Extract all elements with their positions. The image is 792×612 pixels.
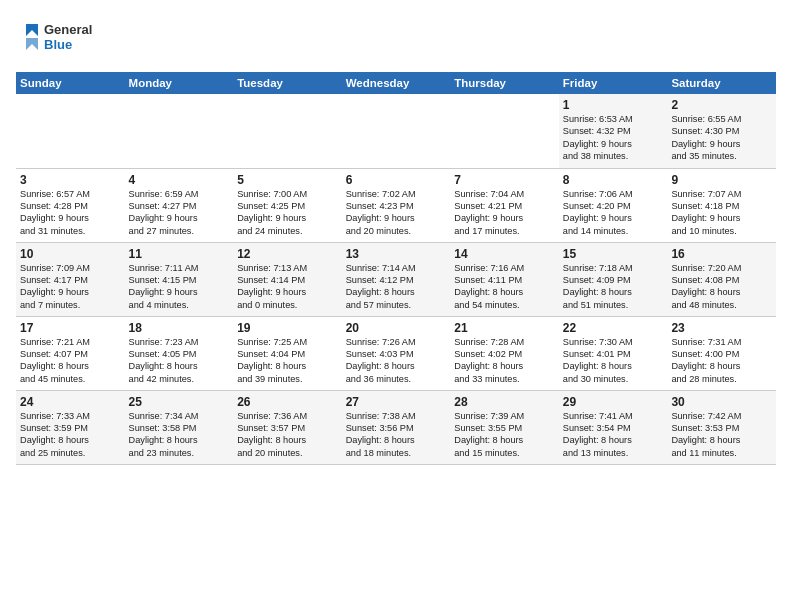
day-cell: 25Sunrise: 7:34 AM Sunset: 3:58 PM Dayli…: [125, 390, 234, 464]
day-info: Sunrise: 7:26 AM Sunset: 4:03 PM Dayligh…: [346, 336, 447, 386]
day-cell: 14Sunrise: 7:16 AM Sunset: 4:11 PM Dayli…: [450, 242, 559, 316]
day-info: Sunrise: 7:21 AM Sunset: 4:07 PM Dayligh…: [20, 336, 121, 386]
col-header-saturday: Saturday: [667, 72, 776, 94]
page: General Blue SundayMondayTuesdayWednesda…: [0, 0, 792, 612]
col-header-thursday: Thursday: [450, 72, 559, 94]
day-number: 2: [671, 98, 772, 112]
day-cell: [233, 94, 342, 168]
day-info: Sunrise: 7:31 AM Sunset: 4:00 PM Dayligh…: [671, 336, 772, 386]
day-cell: 13Sunrise: 7:14 AM Sunset: 4:12 PM Dayli…: [342, 242, 451, 316]
day-cell: 29Sunrise: 7:41 AM Sunset: 3:54 PM Dayli…: [559, 390, 668, 464]
day-info: Sunrise: 7:28 AM Sunset: 4:02 PM Dayligh…: [454, 336, 555, 386]
day-info: Sunrise: 7:42 AM Sunset: 3:53 PM Dayligh…: [671, 410, 772, 460]
day-cell: 30Sunrise: 7:42 AM Sunset: 3:53 PM Dayli…: [667, 390, 776, 464]
day-number: 13: [346, 247, 447, 261]
day-number: 28: [454, 395, 555, 409]
col-header-tuesday: Tuesday: [233, 72, 342, 94]
day-info: Sunrise: 7:09 AM Sunset: 4:17 PM Dayligh…: [20, 262, 121, 312]
col-header-sunday: Sunday: [16, 72, 125, 94]
day-number: 26: [237, 395, 338, 409]
day-cell: 19Sunrise: 7:25 AM Sunset: 4:04 PM Dayli…: [233, 316, 342, 390]
day-info: Sunrise: 7:06 AM Sunset: 4:20 PM Dayligh…: [563, 188, 664, 238]
day-cell: 23Sunrise: 7:31 AM Sunset: 4:00 PM Dayli…: [667, 316, 776, 390]
day-info: Sunrise: 7:00 AM Sunset: 4:25 PM Dayligh…: [237, 188, 338, 238]
day-number: 24: [20, 395, 121, 409]
day-info: Sunrise: 7:34 AM Sunset: 3:58 PM Dayligh…: [129, 410, 230, 460]
day-info: Sunrise: 7:38 AM Sunset: 3:56 PM Dayligh…: [346, 410, 447, 460]
day-cell: 18Sunrise: 7:23 AM Sunset: 4:05 PM Dayli…: [125, 316, 234, 390]
day-info: Sunrise: 7:04 AM Sunset: 4:21 PM Dayligh…: [454, 188, 555, 238]
day-info: Sunrise: 7:36 AM Sunset: 3:57 PM Dayligh…: [237, 410, 338, 460]
day-cell: 7Sunrise: 7:04 AM Sunset: 4:21 PM Daylig…: [450, 168, 559, 242]
header-row: SundayMondayTuesdayWednesdayThursdayFrid…: [16, 72, 776, 94]
day-cell: 11Sunrise: 7:11 AM Sunset: 4:15 PM Dayli…: [125, 242, 234, 316]
day-number: 4: [129, 173, 230, 187]
day-cell: 4Sunrise: 6:59 AM Sunset: 4:27 PM Daylig…: [125, 168, 234, 242]
day-number: 29: [563, 395, 664, 409]
day-cell: 5Sunrise: 7:00 AM Sunset: 4:25 PM Daylig…: [233, 168, 342, 242]
svg-marker-2: [26, 24, 38, 36]
day-info: Sunrise: 7:33 AM Sunset: 3:59 PM Dayligh…: [20, 410, 121, 460]
day-number: 1: [563, 98, 664, 112]
header: General Blue: [16, 12, 776, 64]
day-cell: [342, 94, 451, 168]
day-cell: 16Sunrise: 7:20 AM Sunset: 4:08 PM Dayli…: [667, 242, 776, 316]
day-number: 5: [237, 173, 338, 187]
day-number: 25: [129, 395, 230, 409]
day-number: 16: [671, 247, 772, 261]
day-info: Sunrise: 6:55 AM Sunset: 4:30 PM Dayligh…: [671, 113, 772, 163]
day-number: 8: [563, 173, 664, 187]
day-info: Sunrise: 7:02 AM Sunset: 4:23 PM Dayligh…: [346, 188, 447, 238]
day-number: 30: [671, 395, 772, 409]
day-info: Sunrise: 6:53 AM Sunset: 4:32 PM Dayligh…: [563, 113, 664, 163]
day-cell: 15Sunrise: 7:18 AM Sunset: 4:09 PM Dayli…: [559, 242, 668, 316]
day-number: 11: [129, 247, 230, 261]
day-info: Sunrise: 6:59 AM Sunset: 4:27 PM Dayligh…: [129, 188, 230, 238]
col-header-wednesday: Wednesday: [342, 72, 451, 94]
day-cell: 8Sunrise: 7:06 AM Sunset: 4:20 PM Daylig…: [559, 168, 668, 242]
day-info: Sunrise: 7:18 AM Sunset: 4:09 PM Dayligh…: [563, 262, 664, 312]
day-info: Sunrise: 7:11 AM Sunset: 4:15 PM Dayligh…: [129, 262, 230, 312]
day-info: Sunrise: 7:07 AM Sunset: 4:18 PM Dayligh…: [671, 188, 772, 238]
day-info: Sunrise: 7:30 AM Sunset: 4:01 PM Dayligh…: [563, 336, 664, 386]
col-header-friday: Friday: [559, 72, 668, 94]
day-number: 9: [671, 173, 772, 187]
calendar-table: SundayMondayTuesdayWednesdayThursdayFrid…: [16, 72, 776, 465]
day-info: Sunrise: 7:23 AM Sunset: 4:05 PM Dayligh…: [129, 336, 230, 386]
day-cell: [125, 94, 234, 168]
day-cell: [450, 94, 559, 168]
day-cell: 17Sunrise: 7:21 AM Sunset: 4:07 PM Dayli…: [16, 316, 125, 390]
day-cell: 27Sunrise: 7:38 AM Sunset: 3:56 PM Dayli…: [342, 390, 451, 464]
day-info: Sunrise: 7:13 AM Sunset: 4:14 PM Dayligh…: [237, 262, 338, 312]
day-number: 18: [129, 321, 230, 335]
day-cell: 22Sunrise: 7:30 AM Sunset: 4:01 PM Dayli…: [559, 316, 668, 390]
day-cell: 28Sunrise: 7:39 AM Sunset: 3:55 PM Dayli…: [450, 390, 559, 464]
day-info: Sunrise: 7:14 AM Sunset: 4:12 PM Dayligh…: [346, 262, 447, 312]
day-number: 14: [454, 247, 555, 261]
day-number: 23: [671, 321, 772, 335]
day-info: Sunrise: 7:16 AM Sunset: 4:11 PM Dayligh…: [454, 262, 555, 312]
week-row-2: 3Sunrise: 6:57 AM Sunset: 4:28 PM Daylig…: [16, 168, 776, 242]
day-number: 17: [20, 321, 121, 335]
day-cell: 24Sunrise: 7:33 AM Sunset: 3:59 PM Dayli…: [16, 390, 125, 464]
day-info: Sunrise: 7:20 AM Sunset: 4:08 PM Dayligh…: [671, 262, 772, 312]
day-cell: 6Sunrise: 7:02 AM Sunset: 4:23 PM Daylig…: [342, 168, 451, 242]
svg-marker-3: [26, 38, 38, 50]
day-cell: 10Sunrise: 7:09 AM Sunset: 4:17 PM Dayli…: [16, 242, 125, 316]
day-cell: 3Sunrise: 6:57 AM Sunset: 4:28 PM Daylig…: [16, 168, 125, 242]
day-cell: 12Sunrise: 7:13 AM Sunset: 4:14 PM Dayli…: [233, 242, 342, 316]
day-number: 7: [454, 173, 555, 187]
logo: General Blue: [16, 16, 106, 64]
day-cell: 9Sunrise: 7:07 AM Sunset: 4:18 PM Daylig…: [667, 168, 776, 242]
day-number: 19: [237, 321, 338, 335]
day-number: 6: [346, 173, 447, 187]
svg-text:Blue: Blue: [44, 37, 72, 52]
day-number: 22: [563, 321, 664, 335]
day-number: 3: [20, 173, 121, 187]
svg-text:General: General: [44, 22, 92, 37]
day-number: 15: [563, 247, 664, 261]
day-number: 12: [237, 247, 338, 261]
day-number: 21: [454, 321, 555, 335]
week-row-1: 1Sunrise: 6:53 AM Sunset: 4:32 PM Daylig…: [16, 94, 776, 168]
day-info: Sunrise: 7:41 AM Sunset: 3:54 PM Dayligh…: [563, 410, 664, 460]
